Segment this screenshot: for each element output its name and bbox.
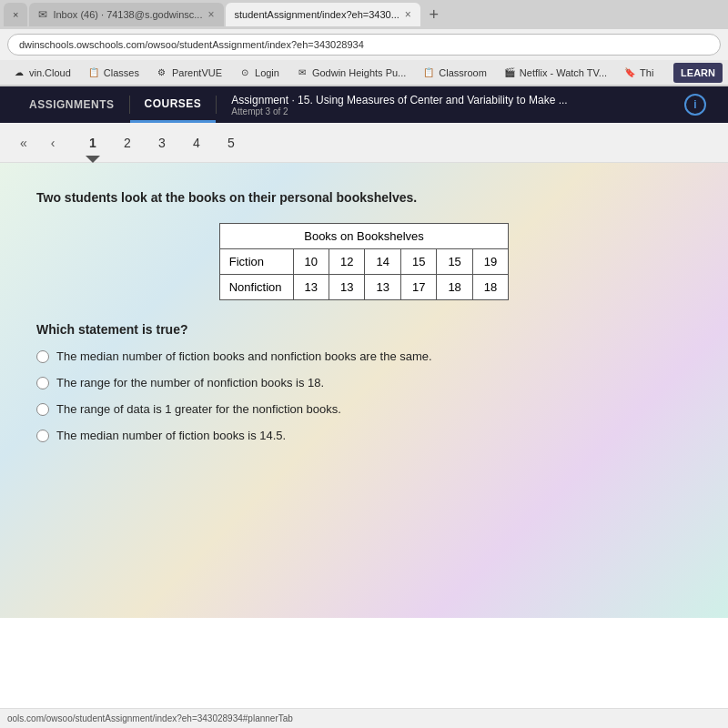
bookmark-cloud[interactable]: ☁ vin.Cloud bbox=[5, 63, 78, 83]
fiction-val-2: 12 bbox=[329, 249, 364, 275]
tab-inbox-close[interactable]: × bbox=[207, 8, 214, 21]
address-bar[interactable]: dwinschools.owschools.com/owsoo/studentA… bbox=[7, 34, 721, 56]
q4-label: 4 bbox=[193, 136, 200, 150]
radio-c[interactable] bbox=[36, 403, 49, 416]
fiction-label: Fiction bbox=[219, 249, 293, 275]
q3-label: 3 bbox=[158, 136, 166, 150]
info-icon-button[interactable]: i bbox=[684, 94, 706, 116]
tab-inbox-label: Inbox (46) · 74138@s.godwinsc... bbox=[53, 9, 202, 20]
left-chevron-icon: ‹ bbox=[51, 136, 56, 150]
login-icon: ⊙ bbox=[238, 66, 251, 79]
question-text: Two students look at the books on their … bbox=[36, 190, 692, 205]
answer-choice-d[interactable]: The median number of fiction books is 14… bbox=[36, 429, 692, 442]
question-number-2[interactable]: 2 bbox=[111, 126, 144, 159]
fiction-val-6: 19 bbox=[472, 249, 508, 275]
nonfiction-val-1: 13 bbox=[293, 275, 329, 300]
browser-chrome: × ✉ Inbox (46) · 74138@s.godwinsc... × s… bbox=[0, 0, 728, 86]
answer-choice-b[interactable]: The range for the number of nonfiction b… bbox=[36, 376, 692, 389]
plus-icon: + bbox=[430, 5, 440, 25]
nonfiction-val-5: 18 bbox=[437, 275, 472, 300]
email-icon: ✉ bbox=[38, 8, 47, 21]
bookmark-cloud-label: vin.Cloud bbox=[29, 67, 71, 78]
tab-assignment-close[interactable]: × bbox=[405, 8, 411, 21]
cloud-icon: ☁ bbox=[13, 66, 25, 79]
choice-a-text: The median number of fiction books and n… bbox=[56, 349, 432, 363]
table-container: Books on Bookshelves Fiction 10 12 14 15… bbox=[36, 223, 692, 300]
assignment-title: Assignment · 15. Using Measures of Cente… bbox=[231, 94, 670, 106]
fiction-val-4: 15 bbox=[400, 249, 436, 275]
nav-courses[interactable]: COURSES bbox=[130, 86, 217, 123]
bookmark-classroom[interactable]: 📋 Classroom bbox=[415, 63, 494, 83]
double-left-arrow[interactable]: « bbox=[11, 130, 36, 156]
double-left-icon: « bbox=[20, 136, 27, 150]
fiction-val-5: 15 bbox=[437, 249, 472, 275]
question-numbers: 1 2 3 4 5 bbox=[76, 126, 248, 159]
tab-new-button[interactable]: + bbox=[422, 3, 446, 26]
nonfiction-val-6: 18 bbox=[472, 275, 508, 300]
tab-bar: × ✉ Inbox (46) · 74138@s.godwinsc... × s… bbox=[0, 0, 728, 29]
bookmark-login[interactable]: ⊙ Login bbox=[231, 63, 287, 83]
bookmark-parentvue-label: ParentVUE bbox=[172, 67, 222, 78]
tab-inbox[interactable]: ✉ Inbox (46) · 74138@s.godwinsc... × bbox=[29, 3, 223, 26]
radio-a[interactable] bbox=[36, 350, 49, 363]
learn-label: LEARN bbox=[681, 67, 715, 78]
bookmark-parentvue[interactable]: ⚙ ParentVUE bbox=[148, 63, 229, 83]
q2-label: 2 bbox=[124, 136, 131, 150]
bookmark-godwin[interactable]: ✉ Godwin Heights Pu... bbox=[288, 63, 413, 83]
assignment-attempt: Attempt 3 of 2 bbox=[231, 106, 670, 116]
bookmark-thi-label: Thi bbox=[640, 67, 653, 78]
choice-c-text: The range of data is 1 greater for the n… bbox=[56, 402, 341, 416]
courses-label: COURSES bbox=[145, 97, 202, 110]
bookmark-classroom-label: Classroom bbox=[439, 67, 487, 78]
radio-b[interactable] bbox=[36, 377, 49, 389]
assignment-info: Assignment · 15. Using Measures of Cente… bbox=[217, 94, 684, 116]
radio-d[interactable] bbox=[36, 430, 49, 442]
nonfiction-val-3: 13 bbox=[365, 275, 400, 300]
question-number-1[interactable]: 1 bbox=[76, 126, 109, 159]
app-nav: ASSIGNMENTS COURSES Assignment · 15. Usi… bbox=[0, 86, 728, 123]
nonfiction-val-2: 13 bbox=[329, 275, 364, 300]
question-nav: « ‹ 1 2 3 4 5 bbox=[0, 123, 728, 163]
choice-b-text: The range for the number of nonfiction b… bbox=[56, 376, 324, 389]
table-row-nonfiction: Nonfiction 13 13 13 17 18 18 bbox=[219, 275, 509, 300]
q1-label: 1 bbox=[89, 136, 96, 150]
address-bar-row: dwinschools.owschools.com/owsoo/studentA… bbox=[0, 29, 728, 60]
godwin-icon: ✉ bbox=[296, 66, 308, 79]
nav-assignments[interactable]: ASSIGNMENTS bbox=[15, 86, 129, 123]
learn-button[interactable]: LEARN bbox=[673, 63, 723, 83]
bookmark-login-label: Login bbox=[255, 67, 279, 78]
q5-label: 5 bbox=[228, 136, 235, 150]
tab-close-x[interactable]: × bbox=[4, 3, 27, 26]
parentvue-icon: ⚙ bbox=[156, 66, 168, 79]
table-row-fiction: Fiction 10 12 14 15 15 19 bbox=[219, 249, 509, 275]
netflix-icon: 🎬 bbox=[503, 66, 516, 79]
thi-icon: 🔖 bbox=[623, 66, 636, 79]
status-bar: ools.com/owsoo/studentAssignment/index?e… bbox=[0, 708, 728, 728]
single-left-arrow[interactable]: ‹ bbox=[40, 130, 66, 156]
question-number-4[interactable]: 4 bbox=[180, 126, 213, 159]
nonfiction-val-4: 17 bbox=[400, 275, 436, 300]
question-number-5[interactable]: 5 bbox=[215, 126, 248, 159]
fiction-val-1: 10 bbox=[293, 249, 329, 275]
main-content: Two students look at the books on their … bbox=[0, 163, 728, 618]
bookmarks-bar: ☁ vin.Cloud 📋 Classes ⚙ ParentVUE ⊙ Logi… bbox=[0, 60, 728, 86]
close-icon: × bbox=[13, 9, 18, 20]
classroom-icon: 📋 bbox=[422, 66, 435, 79]
bookmark-netflix-label: Netflix - Watch TV... bbox=[520, 67, 607, 78]
tab-assignment[interactable]: studentAssignment/index?eh=3430... × bbox=[226, 3, 420, 26]
choice-d-text: The median number of fiction books is 14… bbox=[56, 429, 286, 442]
bookmark-thi[interactable]: 🔖 Thi bbox=[616, 63, 661, 83]
bookmark-netflix[interactable]: 🎬 Netflix - Watch TV... bbox=[496, 63, 614, 83]
nonfiction-label: Nonfiction bbox=[219, 275, 293, 300]
bookmark-godwin-label: Godwin Heights Pu... bbox=[312, 67, 406, 78]
which-statement: Which statement is true? bbox=[36, 322, 692, 337]
question-number-3[interactable]: 3 bbox=[146, 126, 178, 159]
answer-choice-c[interactable]: The range of data is 1 greater for the n… bbox=[36, 402, 692, 416]
answer-choice-a[interactable]: The median number of fiction books and n… bbox=[36, 349, 692, 363]
books-table: Books on Bookshelves Fiction 10 12 14 15… bbox=[219, 223, 510, 300]
fiction-val-3: 14 bbox=[365, 249, 400, 275]
bookmark-classes[interactable]: 📋 Classes bbox=[80, 63, 147, 83]
address-text: dwinschools.owschools.com/owsoo/studentA… bbox=[19, 39, 364, 50]
tab-assignment-label: studentAssignment/index?eh=3430... bbox=[235, 9, 399, 20]
info-icon: i bbox=[693, 98, 696, 111]
